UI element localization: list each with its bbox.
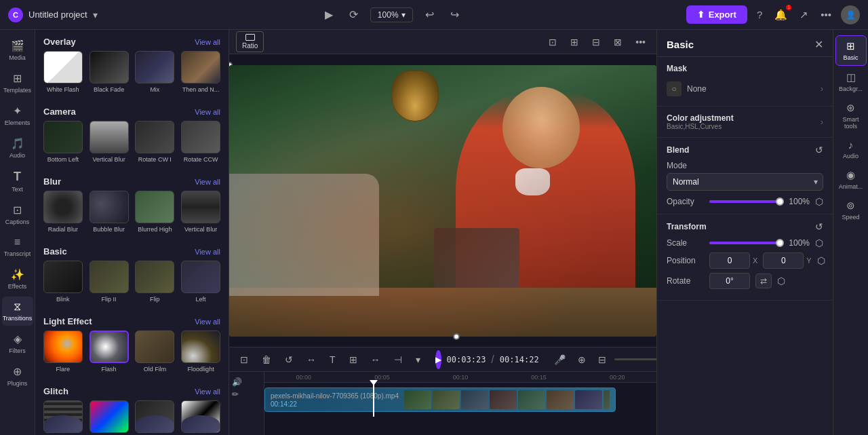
play-button[interactable]: ▶ xyxy=(321,5,337,24)
help-button[interactable]: ? xyxy=(754,6,765,23)
mask-row[interactable]: ○ None › xyxy=(667,79,823,99)
user-avatar[interactable]: 👤 xyxy=(841,5,860,24)
ratio-button[interactable]: Ratio xyxy=(236,31,264,52)
basic-view-all[interactable]: View all xyxy=(195,248,220,256)
playhead[interactable] xyxy=(373,383,374,417)
timeline-tool-speed[interactable]: ⊣ xyxy=(390,352,406,367)
position-x-input[interactable] xyxy=(709,252,750,269)
effect-bubble-blur[interactable]: Bubble Blur xyxy=(88,191,130,233)
timeline-tool-align[interactable]: ↔ xyxy=(367,352,384,367)
effect-rotate-ccw[interactable]: Rotate CCW xyxy=(180,121,222,163)
far-btn-audio[interactable]: ♪ Audio xyxy=(835,135,867,164)
camera-view-all[interactable]: View all xyxy=(195,108,220,116)
far-btn-speed[interactable]: ⊚ Speed xyxy=(835,195,867,225)
sidebar-item-captions[interactable]: ⊡ Captions xyxy=(2,200,33,229)
effect-vertical-blur[interactable]: Vertical Blur xyxy=(88,121,130,163)
effect-flip[interactable]: Flip xyxy=(134,261,176,303)
canvas-tool-grid[interactable]: ⊞ xyxy=(566,35,583,50)
far-btn-basic[interactable]: ⊞ Basic xyxy=(835,35,867,66)
rotate-reset-icon[interactable]: ⬡ xyxy=(777,276,785,286)
clip-thumb-1 xyxy=(404,390,431,409)
zoom-control[interactable]: 100% ▾ xyxy=(370,7,413,22)
edit-icon[interactable]: ✏ xyxy=(232,390,261,399)
effect-black-fade[interactable]: Black Fade xyxy=(88,51,130,93)
redo-button[interactable]: ↪ xyxy=(446,5,463,24)
scale-slider[interactable] xyxy=(709,242,780,244)
effect-strobe[interactable]: Strobe xyxy=(180,400,222,435)
sidebar-item-plugins[interactable]: ⊕ Plugins xyxy=(2,361,33,391)
scale-reset-icon[interactable]: ⬡ xyxy=(815,238,823,248)
export-button[interactable]: ⬆ Export xyxy=(686,5,747,24)
sidebar-item-text[interactable]: T Text xyxy=(2,166,33,197)
timeline-tool-loop[interactable]: ↺ xyxy=(281,352,297,367)
close-panel-button[interactable]: ✕ xyxy=(814,38,823,51)
more-options-button[interactable]: ••• xyxy=(818,6,834,23)
timeline-zoom-out[interactable]: ⊟ xyxy=(594,352,610,367)
position-y-input[interactable] xyxy=(763,252,804,269)
color-adjustment-section[interactable]: Color adjustment Basic,HSL,Curves › xyxy=(657,107,833,138)
timeline-tool-delete[interactable]: 🗑 xyxy=(258,352,275,367)
effect-glitch[interactable]: Glitch xyxy=(134,400,176,435)
undo-button[interactable]: ↩ xyxy=(421,5,438,24)
sidebar-item-filters[interactable]: ◈ Filters xyxy=(2,328,33,358)
notification-button[interactable]: 🔔 1 xyxy=(772,6,790,24)
blend-reset-icon[interactable]: ↺ xyxy=(815,145,823,155)
effect-color-glitch[interactable]: Color Glitch xyxy=(88,400,130,435)
effect-flash[interactable]: Flash xyxy=(88,330,130,373)
effect-flare[interactable]: Flare xyxy=(42,330,84,373)
sidebar-item-transcript[interactable]: ≡ Transcript xyxy=(2,232,33,261)
flip-h-button[interactable]: ⇄ xyxy=(755,273,772,288)
rotate-input[interactable] xyxy=(709,273,750,289)
far-btn-background[interactable]: ◫ Backgr... xyxy=(835,67,867,96)
glitch-view-all[interactable]: View all xyxy=(195,387,220,396)
effect-flip-ii[interactable]: Flip II xyxy=(88,261,130,303)
effect-white-flash[interactable]: White Flash xyxy=(42,51,84,93)
opacity-reset-icon[interactable]: ⬡ xyxy=(815,196,823,207)
timeline-add-button[interactable]: ⊕ xyxy=(574,352,590,367)
canvas-tool-crop[interactable]: ⊟ xyxy=(588,35,604,50)
far-btn-smart-tools[interactable]: ⊛ Smart tools xyxy=(835,98,867,134)
share-button[interactable]: ↗ xyxy=(797,6,811,24)
overlay-view-all[interactable]: View all xyxy=(195,38,220,46)
effect-blink[interactable]: Blink xyxy=(42,261,84,303)
clip-item[interactable]: pexels-mikhail-nilov-7709365 (1080p).mp4… xyxy=(264,387,616,412)
blend-mode-select[interactable]: Normal Multiply Screen Overlay xyxy=(667,173,823,191)
effect-strobe-ii[interactable]: Strobe II xyxy=(42,400,84,435)
effect-rotate-cw[interactable]: Rotate CW I xyxy=(134,121,176,163)
effect-then-and-now[interactable]: Then and N... xyxy=(180,51,222,93)
blur-view-all[interactable]: View all xyxy=(195,178,220,186)
play-button-timeline[interactable]: ▶ xyxy=(435,350,441,369)
sidebar-item-elements[interactable]: ✦ Elements xyxy=(2,100,33,130)
effect-left[interactable]: Left xyxy=(180,261,222,303)
effect-radial-blur[interactable]: Radial Blur xyxy=(42,191,84,233)
effect-floodlight[interactable]: Floodlight xyxy=(180,330,222,373)
sidebar-item-media[interactable]: 🎬 Media xyxy=(2,35,33,65)
canvas-more-button[interactable]: ••• xyxy=(631,35,650,50)
sidebar-item-audio[interactable]: 🎵 Audio xyxy=(2,133,33,163)
effect-old-film[interactable]: Old Film xyxy=(134,330,176,373)
sidebar-item-effects[interactable]: ✨ Effects xyxy=(2,264,33,294)
timeline-tool-split[interactable]: ⊡ xyxy=(236,352,252,367)
sidebar-item-templates[interactable]: ⊞ Templates xyxy=(2,68,33,98)
timeline-tool-more[interactable]: ▾ xyxy=(412,352,425,367)
far-btn-animate[interactable]: ◉ Animat... xyxy=(835,165,867,194)
opacity-slider[interactable] xyxy=(709,200,780,203)
corner-handle-br[interactable] xyxy=(453,333,460,340)
light-effect-view-all[interactable]: View all xyxy=(195,318,220,326)
volume-icon[interactable]: 🔊 xyxy=(232,377,261,387)
effect-blurred-high[interactable]: Blurred High xyxy=(134,191,176,233)
transform-reset-icon[interactable]: ↺ xyxy=(815,221,823,232)
sidebar-item-transitions[interactable]: ⧖ Transitions xyxy=(2,297,33,326)
mic-button[interactable]: 🎤 xyxy=(550,352,570,367)
effect-vertical-blur2[interactable]: Vertical Blur xyxy=(180,191,222,233)
canvas-tool-expand[interactable]: ⊡ xyxy=(545,35,561,50)
timeline-tool-stack[interactable]: ⊞ xyxy=(345,352,361,367)
timeline-tool-text[interactable]: T xyxy=(326,352,340,367)
refresh-button[interactable]: ⟳ xyxy=(345,5,362,24)
canvas-tool-frame[interactable]: ⊠ xyxy=(610,35,626,50)
position-reset-icon[interactable]: ⬡ xyxy=(817,255,825,266)
timeline-tool-trim[interactable]: ↔ xyxy=(302,352,320,367)
effect-bottom-left[interactable]: Bottom Left xyxy=(42,121,84,163)
project-dropdown-icon[interactable]: ▾ xyxy=(93,10,98,20)
effect-mix[interactable]: Mix xyxy=(134,51,176,93)
